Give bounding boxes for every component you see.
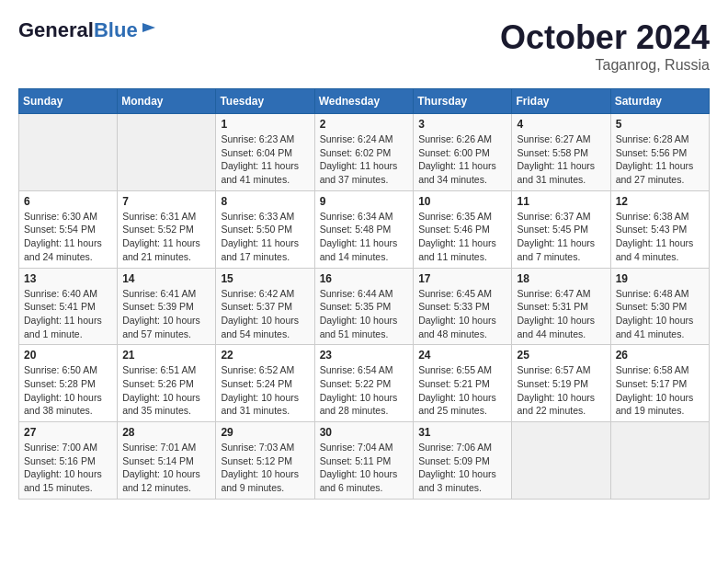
day-info: Sunrise: 6:41 AMSunset: 5:39 PMDaylight:… (122, 287, 210, 341)
day-number: 27 (24, 426, 112, 439)
location-subtitle: Taganrog, Russia (500, 57, 710, 74)
day-number: 10 (418, 195, 506, 208)
day-number: 21 (122, 349, 210, 362)
calendar-cell: 18Sunrise: 6:47 AMSunset: 5:31 PMDayligh… (512, 268, 610, 345)
calendar-cell: 12Sunrise: 6:38 AMSunset: 5:43 PMDayligh… (610, 190, 709, 268)
day-number: 3 (418, 118, 506, 131)
day-info: Sunrise: 6:31 AMSunset: 5:52 PMDaylight:… (122, 210, 210, 264)
calendar-cell: 8Sunrise: 6:33 AMSunset: 5:50 PMDaylight… (216, 190, 314, 268)
calendar-header: Sunday Monday Tuesday Wednesday Thursday… (19, 89, 710, 114)
day-info: Sunrise: 6:37 AMSunset: 5:45 PMDaylight:… (517, 210, 605, 264)
day-info: Sunrise: 6:52 AMSunset: 5:24 PMDaylight:… (221, 363, 309, 418)
calendar-cell: 22Sunrise: 6:52 AMSunset: 5:24 PMDayligh… (216, 345, 314, 422)
day-info: Sunrise: 6:38 AMSunset: 5:43 PMDaylight:… (616, 210, 704, 264)
day-info: Sunrise: 6:30 AMSunset: 5:54 PMDaylight:… (24, 210, 112, 264)
day-info: Sunrise: 6:26 AMSunset: 6:00 PMDaylight:… (418, 132, 506, 187)
day-number: 14 (122, 272, 210, 285)
day-info: Sunrise: 6:55 AMSunset: 5:21 PMDaylight:… (418, 363, 506, 418)
day-info: Sunrise: 6:28 AMSunset: 5:56 PMDaylight:… (616, 132, 704, 187)
calendar-cell: 21Sunrise: 6:51 AMSunset: 5:26 PMDayligh… (118, 345, 216, 422)
calendar-cell: 14Sunrise: 6:41 AMSunset: 5:39 PMDayligh… (118, 268, 216, 345)
day-info: Sunrise: 6:58 AMSunset: 5:17 PMDaylight:… (616, 363, 704, 418)
calendar-table: Sunday Monday Tuesday Wednesday Thursday… (18, 88, 710, 500)
calendar-cell: 11Sunrise: 6:37 AMSunset: 5:45 PMDayligh… (512, 190, 610, 268)
day-info: Sunrise: 7:00 AMSunset: 5:16 PMDaylight:… (24, 441, 112, 495)
calendar-cell: 3Sunrise: 6:26 AMSunset: 6:00 PMDaylight… (414, 114, 512, 191)
calendar-cell: 29Sunrise: 7:03 AMSunset: 5:12 PMDayligh… (216, 422, 314, 500)
day-number: 11 (517, 195, 605, 208)
day-number: 25 (517, 349, 605, 362)
day-number: 30 (320, 426, 409, 439)
calendar-cell: 7Sunrise: 6:31 AMSunset: 5:52 PMDaylight… (118, 190, 216, 268)
day-number: 31 (418, 426, 506, 439)
day-number: 15 (221, 272, 309, 285)
calendar-cell: 27Sunrise: 7:00 AMSunset: 5:16 PMDayligh… (19, 422, 118, 500)
day-number: 20 (24, 349, 112, 362)
day-number: 4 (517, 118, 605, 131)
day-info: Sunrise: 6:45 AMSunset: 5:33 PMDaylight:… (418, 287, 506, 341)
day-info: Sunrise: 6:48 AMSunset: 5:30 PMDaylight:… (616, 287, 704, 341)
day-info: Sunrise: 6:57 AMSunset: 5:19 PMDaylight:… (517, 363, 605, 418)
calendar-cell: 10Sunrise: 6:35 AMSunset: 5:46 PMDayligh… (414, 190, 512, 268)
day-info: Sunrise: 6:40 AMSunset: 5:41 PMDaylight:… (24, 287, 112, 341)
logo: General Blue (18, 18, 157, 42)
day-info: Sunrise: 7:01 AMSunset: 5:14 PMDaylight:… (122, 441, 210, 495)
calendar-cell: 16Sunrise: 6:44 AMSunset: 5:35 PMDayligh… (314, 268, 414, 345)
day-info: Sunrise: 6:27 AMSunset: 5:58 PMDaylight:… (517, 132, 605, 187)
calendar-body: 1Sunrise: 6:23 AMSunset: 6:04 PMDaylight… (19, 114, 710, 500)
col-sunday: Sunday (19, 89, 118, 114)
calendar-cell: 1Sunrise: 6:23 AMSunset: 6:04 PMDaylight… (216, 114, 314, 191)
day-info: Sunrise: 7:03 AMSunset: 5:12 PMDaylight:… (221, 441, 309, 495)
day-number: 12 (616, 195, 704, 208)
svg-marker-0 (142, 23, 155, 32)
day-number: 7 (122, 195, 210, 208)
week-row-2: 6Sunrise: 6:30 AMSunset: 5:54 PMDaylight… (19, 190, 710, 268)
day-number: 13 (24, 272, 112, 285)
calendar-cell: 24Sunrise: 6:55 AMSunset: 5:21 PMDayligh… (414, 345, 512, 422)
col-thursday: Thursday (414, 89, 512, 114)
week-row-4: 20Sunrise: 6:50 AMSunset: 5:28 PMDayligh… (19, 345, 710, 422)
day-number: 16 (320, 272, 409, 285)
day-number: 29 (221, 426, 309, 439)
day-info: Sunrise: 6:33 AMSunset: 5:50 PMDaylight:… (221, 210, 309, 264)
day-number: 2 (320, 118, 409, 131)
calendar-cell: 19Sunrise: 6:48 AMSunset: 5:30 PMDayligh… (610, 268, 709, 345)
day-number: 17 (418, 272, 506, 285)
col-monday: Monday (118, 89, 216, 114)
day-number: 19 (616, 272, 704, 285)
day-number: 22 (221, 349, 309, 362)
weekday-row: Sunday Monday Tuesday Wednesday Thursday… (19, 89, 710, 114)
title-block: October 2024 Taganrog, Russia (500, 18, 710, 74)
day-info: Sunrise: 6:54 AMSunset: 5:22 PMDaylight:… (320, 363, 409, 418)
logo-arrow-icon (141, 19, 157, 40)
calendar-cell: 30Sunrise: 7:04 AMSunset: 5:11 PMDayligh… (314, 422, 414, 500)
day-number: 28 (122, 426, 210, 439)
day-info: Sunrise: 6:34 AMSunset: 5:48 PMDaylight:… (320, 210, 409, 264)
col-wednesday: Wednesday (314, 89, 414, 114)
day-info: Sunrise: 6:47 AMSunset: 5:31 PMDaylight:… (517, 287, 605, 341)
logo-general: General (18, 18, 94, 42)
day-number: 26 (616, 349, 704, 362)
month-title: October 2024 (500, 18, 710, 57)
calendar-cell (512, 422, 610, 500)
day-number: 1 (221, 118, 309, 131)
day-info: Sunrise: 6:35 AMSunset: 5:46 PMDaylight:… (418, 210, 506, 264)
calendar-cell: 28Sunrise: 7:01 AMSunset: 5:14 PMDayligh… (118, 422, 216, 500)
calendar-cell: 25Sunrise: 6:57 AMSunset: 5:19 PMDayligh… (512, 345, 610, 422)
calendar-cell (610, 422, 709, 500)
day-number: 8 (221, 195, 309, 208)
week-row-5: 27Sunrise: 7:00 AMSunset: 5:16 PMDayligh… (19, 422, 710, 500)
day-info: Sunrise: 6:24 AMSunset: 6:02 PMDaylight:… (320, 132, 409, 187)
page-header: General Blue October 2024 Taganrog, Russ… (18, 18, 710, 74)
col-tuesday: Tuesday (216, 89, 314, 114)
calendar-cell: 6Sunrise: 6:30 AMSunset: 5:54 PMDaylight… (19, 190, 118, 268)
calendar-cell: 13Sunrise: 6:40 AMSunset: 5:41 PMDayligh… (19, 268, 118, 345)
week-row-1: 1Sunrise: 6:23 AMSunset: 6:04 PMDaylight… (19, 114, 710, 191)
calendar-cell: 9Sunrise: 6:34 AMSunset: 5:48 PMDaylight… (314, 190, 414, 268)
calendar-cell (19, 114, 118, 191)
col-saturday: Saturday (610, 89, 709, 114)
calendar-cell: 31Sunrise: 7:06 AMSunset: 5:09 PMDayligh… (414, 422, 512, 500)
calendar-cell: 20Sunrise: 6:50 AMSunset: 5:28 PMDayligh… (19, 345, 118, 422)
day-info: Sunrise: 6:51 AMSunset: 5:26 PMDaylight:… (122, 363, 210, 418)
calendar-cell: 4Sunrise: 6:27 AMSunset: 5:58 PMDaylight… (512, 114, 610, 191)
